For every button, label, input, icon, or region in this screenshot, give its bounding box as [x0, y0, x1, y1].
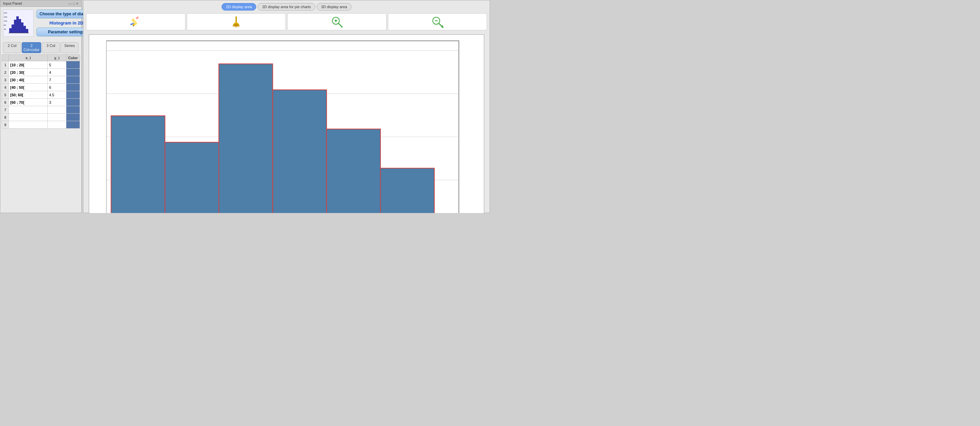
- svg-rect-56: [165, 142, 219, 213]
- row-number: 4: [2, 84, 9, 91]
- row-number: 6: [2, 99, 9, 106]
- svg-line-30: [239, 24, 240, 27]
- cell-yi[interactable]: [48, 121, 66, 129]
- svg-marker-17: [133, 25, 134, 27]
- svg-rect-12: [24, 26, 26, 33]
- zoom-in-tool-button[interactable]: [287, 13, 387, 30]
- row-number: 3: [2, 76, 9, 84]
- cell-xi[interactable]: [9, 114, 48, 121]
- table-row: 8: [2, 114, 80, 121]
- svg-text:90: 90: [4, 24, 6, 26]
- panel-title: Input Panel: [3, 2, 22, 5]
- svg-text:135: 135: [4, 20, 8, 22]
- cell-xi[interactable]: [9, 106, 48, 114]
- top-section: 225 180 135 90 45 Choose the type of dia…: [0, 7, 81, 40]
- cell-xi[interactable]: [60 ; 70[: [9, 99, 48, 106]
- chart-container: 7.5 6 4.5 3 1.5 [10 ; 20[: [89, 34, 484, 213]
- display-tabs: 2D display area 2D display area for pie …: [83, 0, 490, 12]
- svg-point-36: [341, 26, 343, 27]
- table-row: 3[30 ; 40[7: [2, 76, 80, 84]
- svg-rect-18: [135, 16, 138, 19]
- table-row: 4[40 ; 50[6: [2, 84, 80, 91]
- cell-xi[interactable]: [20 ; 30[: [9, 69, 48, 76]
- row-number: 5: [2, 91, 9, 99]
- row-number: 7: [2, 106, 9, 114]
- close-icon[interactable]: — □ ✕: [68, 2, 79, 5]
- display-tab-2d[interactable]: 2D display area: [221, 3, 256, 11]
- table-row: 7: [2, 106, 80, 114]
- cell-yi[interactable]: [48, 114, 66, 121]
- table-row: 6[60 ; 70[3: [2, 99, 80, 106]
- tab-series[interactable]: Series: [60, 42, 79, 53]
- cell-color[interactable]: [66, 106, 80, 114]
- chart-area: 7.5 6 4.5 3 1.5 [10 ; 20[: [83, 32, 490, 213]
- display-tab-3d[interactable]: 3D display area: [317, 3, 352, 11]
- cell-color[interactable]: [66, 69, 80, 76]
- cell-xi[interactable]: [10 ; 20[: [9, 61, 48, 69]
- tab-2col[interactable]: 2 Col: [3, 42, 21, 53]
- cell-yi[interactable]: 3: [48, 99, 66, 106]
- cell-yi[interactable]: [48, 106, 66, 114]
- svg-line-35: [339, 24, 342, 27]
- svg-text:45: 45: [4, 28, 6, 30]
- cell-xi[interactable]: [9, 121, 48, 129]
- mini-histogram-preview: 225 180 135 90 45: [3, 10, 34, 37]
- svg-line-26: [233, 24, 234, 27]
- col-header-xi: x_i: [9, 55, 48, 61]
- cell-color[interactable]: [66, 99, 80, 106]
- left-panel: Input Panel — □ ✕ 225 180 135 90 45: [0, 0, 82, 213]
- svg-text:225: 225: [4, 12, 8, 14]
- svg-rect-11: [21, 22, 24, 33]
- cell-color[interactable]: [66, 61, 80, 69]
- cell-yi[interactable]: 7: [48, 76, 66, 84]
- cell-color[interactable]: [66, 121, 80, 129]
- svg-rect-9: [16, 16, 19, 33]
- svg-rect-10: [19, 19, 21, 33]
- row-number: 9: [2, 121, 9, 129]
- table-row: 1[10 ; 20[5: [2, 61, 80, 69]
- cell-yi[interactable]: 6: [48, 84, 66, 91]
- zoom-out-tool-button[interactable]: [388, 13, 487, 30]
- tab-2col-color[interactable]: 2 Col+color: [22, 42, 41, 53]
- cell-color[interactable]: [66, 76, 80, 84]
- display-tab-pie[interactable]: 2D display area for pie charts: [258, 3, 315, 11]
- svg-rect-13: [26, 29, 28, 33]
- tabs-row: 2 Col 2 Col+color 3 Col Series: [0, 41, 81, 54]
- table-row: 2[20 ; 30[4: [2, 69, 80, 76]
- col-header-yi: y_i: [48, 55, 66, 61]
- cell-color[interactable]: [66, 114, 80, 121]
- row-number: 1: [2, 61, 9, 69]
- cell-color[interactable]: [66, 84, 80, 91]
- cell-yi[interactable]: 4: [48, 69, 66, 76]
- toolbar: [83, 12, 490, 32]
- col-header-color: Color: [66, 55, 80, 61]
- table-row: 5[50; 60[4.5: [2, 91, 80, 99]
- panel-titlebar: Input Panel — □ ✕: [0, 0, 81, 7]
- svg-rect-7: [11, 24, 14, 33]
- clear-tool-button[interactable]: [187, 13, 286, 30]
- cell-yi[interactable]: 4.5: [48, 91, 66, 99]
- tab-3col[interactable]: 3 Col: [42, 42, 60, 53]
- table-row: 9: [2, 121, 80, 129]
- cell-yi[interactable]: 5: [48, 61, 66, 69]
- data-table-container: x_i y_i Color 1[10 ; 20[52[20 ; 30[43[30…: [2, 54, 80, 211]
- cell-color[interactable]: [66, 91, 80, 99]
- svg-rect-59: [327, 129, 380, 213]
- svg-text:180: 180: [4, 16, 8, 18]
- row-number: 8: [2, 114, 9, 121]
- svg-rect-8: [14, 20, 16, 33]
- row-number: 2: [2, 69, 9, 76]
- cell-xi[interactable]: [50; 60[: [9, 91, 48, 99]
- data-table: x_i y_i Color 1[10 ; 20[52[20 ; 30[43[30…: [2, 54, 80, 129]
- svg-rect-58: [272, 90, 326, 213]
- svg-rect-55: [111, 116, 165, 213]
- svg-rect-57: [219, 64, 272, 213]
- right-panel: 2D display area 2D display area for pie …: [83, 0, 490, 213]
- svg-rect-60: [380, 168, 434, 213]
- draw-tool-button[interactable]: [86, 13, 185, 30]
- cell-xi[interactable]: [40 ; 50[: [9, 84, 48, 91]
- svg-rect-6: [9, 28, 11, 33]
- col-header-num: [2, 55, 9, 61]
- cell-xi[interactable]: [30 ; 40[: [9, 76, 48, 84]
